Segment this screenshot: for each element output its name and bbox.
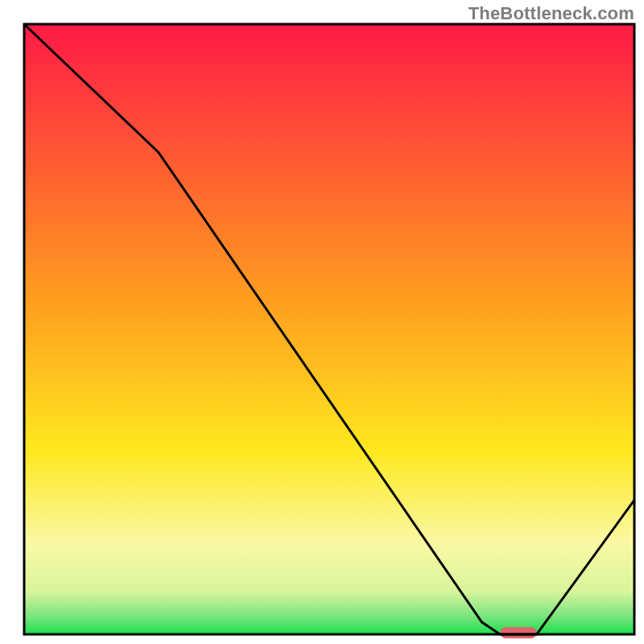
chart-canvas: TheBottleneck.com bbox=[0, 0, 644, 644]
bottleneck-chart bbox=[0, 0, 644, 644]
optimal-marker bbox=[500, 627, 536, 638]
plot-background bbox=[24, 24, 634, 634]
watermark-text: TheBottleneck.com bbox=[469, 3, 634, 24]
